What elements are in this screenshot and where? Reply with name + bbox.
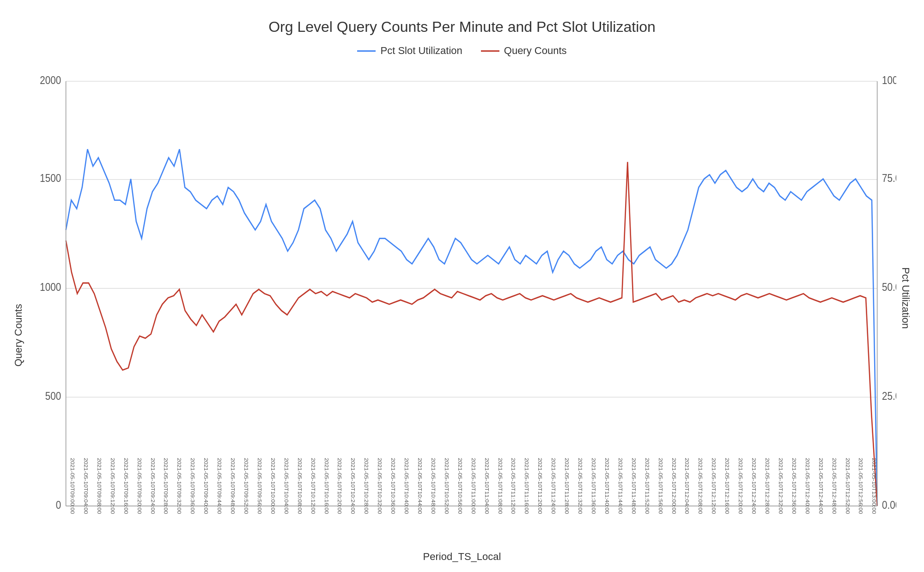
svg-text:2021-05-10T12:52:00: 2021-05-10T12:52:00 <box>845 458 851 514</box>
svg-text:2021-05-10T09:16:00: 2021-05-10T09:16:00 <box>123 458 129 514</box>
x-axis-label: Period_TS_Local <box>28 551 896 563</box>
svg-text:2021-05-10T12:16:00: 2021-05-10T12:16:00 <box>724 458 730 514</box>
svg-text:2021-05-10T10:12:00: 2021-05-10T10:12:00 <box>310 458 316 514</box>
chart-area: Query Counts 0 500 1000 1500 2000 <box>9 71 915 563</box>
svg-text:2021-05-10T09:44:00: 2021-05-10T09:44:00 <box>216 458 222 514</box>
legend-pct-slot-line <box>357 50 376 52</box>
svg-text:2021-05-10T12:28:00: 2021-05-10T12:28:00 <box>764 458 770 514</box>
legend-pct-slot: Pct Slot Utilization <box>357 45 462 57</box>
svg-text:2021-05-10T12:40:00: 2021-05-10T12:40:00 <box>804 458 810 514</box>
svg-text:2021-05-10T09:56:00: 2021-05-10T09:56:00 <box>256 458 262 514</box>
svg-text:2021-05-10T10:48:00: 2021-05-10T10:48:00 <box>430 458 436 514</box>
svg-text:2021-05-10T11:36:00: 2021-05-10T11:36:00 <box>590 458 596 514</box>
svg-text:2021-05-10T10:04:00: 2021-05-10T10:04:00 <box>283 458 289 514</box>
svg-text:50.00%: 50.00% <box>882 281 896 293</box>
svg-text:2000: 2000 <box>40 74 61 86</box>
svg-text:2021-05-10T10:56:00: 2021-05-10T10:56:00 <box>457 458 463 514</box>
svg-text:0: 0 <box>56 499 61 511</box>
svg-text:2021-05-10T09:12:00: 2021-05-10T09:12:00 <box>109 458 116 514</box>
svg-text:100.00%: 100.00% <box>882 74 896 86</box>
pct-slot-line <box>66 149 877 506</box>
query-counts-line <box>66 162 877 506</box>
chart-title: Org Level Query Counts Per Minute and Pc… <box>268 18 656 36</box>
svg-text:2021-05-10T10:00:00: 2021-05-10T10:00:00 <box>270 458 276 514</box>
y-axis-right-label: Pct Utilization <box>896 71 915 563</box>
svg-text:1500: 1500 <box>40 172 61 184</box>
svg-text:2021-05-10T09:40:00: 2021-05-10T09:40:00 <box>203 458 209 514</box>
svg-text:2021-05-10T10:36:00: 2021-05-10T10:36:00 <box>390 458 396 514</box>
svg-text:2021-05-10T11:52:00: 2021-05-10T11:52:00 <box>644 458 650 514</box>
svg-text:2021-05-10T12:12:00: 2021-05-10T12:12:00 <box>711 458 717 514</box>
legend-query-counts-line <box>481 50 499 52</box>
svg-text:2021-05-10T11:44:00: 2021-05-10T11:44:00 <box>617 458 623 514</box>
svg-text:2021-05-10T09:28:00: 2021-05-10T09:28:00 <box>163 458 169 514</box>
svg-text:2021-05-10T09:48:00: 2021-05-10T09:48:00 <box>230 458 236 514</box>
svg-text:2021-05-10T11:16:00: 2021-05-10T11:16:00 <box>524 458 530 514</box>
svg-text:2021-05-10T11:48:00: 2021-05-10T11:48:00 <box>631 458 637 514</box>
svg-text:2021-05-10T10:16:00: 2021-05-10T10:16:00 <box>323 458 329 514</box>
svg-text:2021-05-10T10:32:00: 2021-05-10T10:32:00 <box>377 458 383 514</box>
svg-text:2021-05-10T12:08:00: 2021-05-10T12:08:00 <box>698 458 704 514</box>
svg-text:2021-05-10T12:00:00: 2021-05-10T12:00:00 <box>671 458 677 514</box>
svg-text:2021-05-10T10:44:00: 2021-05-10T10:44:00 <box>417 458 423 514</box>
svg-text:2021-05-10T09:00:00: 2021-05-10T09:00:00 <box>69 458 75 514</box>
svg-text:2021-05-10T12:48:00: 2021-05-10T12:48:00 <box>831 458 837 514</box>
svg-text:2021-05-10T12:04:00: 2021-05-10T12:04:00 <box>684 458 690 514</box>
svg-text:25.00%: 25.00% <box>882 390 896 402</box>
main-chart-svg: 0 500 1000 1500 2000 0.00% 25.00% 50.00%… <box>28 71 896 548</box>
svg-text:2021-05-10T09:36:00: 2021-05-10T09:36:00 <box>189 458 195 514</box>
svg-text:2021-05-10T09:52:00: 2021-05-10T09:52:00 <box>243 458 249 514</box>
svg-text:2021-05-10T12:32:00: 2021-05-10T12:32:00 <box>778 458 784 514</box>
legend-query-counts-label: Query Counts <box>504 45 567 57</box>
svg-text:2021-05-10T11:24:00: 2021-05-10T11:24:00 <box>550 458 556 514</box>
svg-text:2021-05-10T09:20:00: 2021-05-10T09:20:00 <box>136 458 142 514</box>
svg-text:2021-05-10T11:20:00: 2021-05-10T11:20:00 <box>537 458 543 514</box>
svg-text:0.00%: 0.00% <box>882 499 896 511</box>
svg-text:2021-05-10T10:52:00: 2021-05-10T10:52:00 <box>444 458 450 514</box>
svg-text:2021-05-10T09:04:00: 2021-05-10T09:04:00 <box>83 458 89 514</box>
svg-text:2021-05-10T12:24:00: 2021-05-10T12:24:00 <box>751 458 757 514</box>
svg-text:2021-05-10T11:08:00: 2021-05-10T11:08:00 <box>497 458 503 514</box>
svg-text:2021-05-10T10:40:00: 2021-05-10T10:40:00 <box>403 458 409 514</box>
svg-text:2021-05-10T12:56:00: 2021-05-10T12:56:00 <box>858 458 864 514</box>
svg-text:2021-05-10T10:28:00: 2021-05-10T10:28:00 <box>363 458 369 514</box>
svg-text:2021-05-10T11:04:00: 2021-05-10T11:04:00 <box>484 458 490 514</box>
y-axis-left-label: Query Counts <box>9 71 28 563</box>
svg-text:75.00%: 75.00% <box>882 172 896 184</box>
svg-text:2021-05-10T11:40:00: 2021-05-10T11:40:00 <box>604 458 610 514</box>
svg-text:500: 500 <box>45 390 61 402</box>
svg-text:2021-05-10T09:08:00: 2021-05-10T09:08:00 <box>96 458 102 514</box>
svg-text:2021-05-10T11:00:00: 2021-05-10T11:00:00 <box>470 458 476 514</box>
svg-text:2021-05-10T09:32:00: 2021-05-10T09:32:00 <box>176 458 182 514</box>
chart-inner: 0 500 1000 1500 2000 0.00% 25.00% 50.00%… <box>28 71 896 563</box>
svg-text:2021-05-10T09:24:00: 2021-05-10T09:24:00 <box>150 458 156 514</box>
svg-text:2021-05-10T12:44:00: 2021-05-10T12:44:00 <box>818 458 824 514</box>
svg-text:2021-05-10T10:08:00: 2021-05-10T10:08:00 <box>297 458 303 514</box>
svg-text:2021-05-10T12:36:00: 2021-05-10T12:36:00 <box>791 458 797 514</box>
svg-text:2021-05-10T11:32:00: 2021-05-10T11:32:00 <box>577 458 583 514</box>
legend-pct-slot-label: Pct Slot Utilization <box>380 45 462 57</box>
svg-text:2021-05-10T12:20:00: 2021-05-10T12:20:00 <box>737 458 743 514</box>
svg-text:2021-05-10T11:12:00: 2021-05-10T11:12:00 <box>511 458 517 514</box>
chart-legend: Pct Slot Utilization Query Counts <box>357 45 566 57</box>
svg-text:1000: 1000 <box>40 281 61 293</box>
chart-container: Org Level Query Counts Per Minute and Pc… <box>0 0 924 572</box>
legend-query-counts: Query Counts <box>481 45 567 57</box>
svg-text:2021-05-10T10:20:00: 2021-05-10T10:20:00 <box>337 458 343 514</box>
svg-text:2021-05-10T13:00:00: 2021-05-10T13:00:00 <box>871 458 877 514</box>
svg-text:2021-05-10T11:28:00: 2021-05-10T11:28:00 <box>564 458 570 514</box>
svg-text:2021-05-10T11:56:00: 2021-05-10T11:56:00 <box>657 458 663 514</box>
svg-text:2021-05-10T10:24:00: 2021-05-10T10:24:00 <box>350 458 356 514</box>
